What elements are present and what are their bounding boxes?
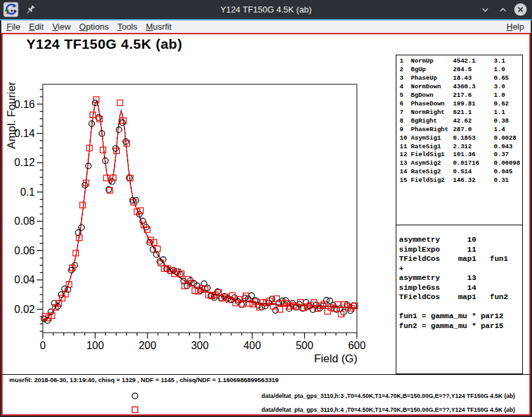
parameter-panel: 1NormUp4542.13.12BgUp204.51.03PhaseUp18.… xyxy=(396,55,523,225)
param-name: PhaseRight xyxy=(411,126,453,134)
param-error: 1.0 xyxy=(494,66,522,74)
maximize-button[interactable] xyxy=(495,2,510,17)
plot-area[interactable]: 01002003004005006000.020.040.060.080.10.… xyxy=(3,34,395,374)
param-name: FieldSig2 xyxy=(411,177,453,185)
theory-panel: asymmetry 10simplExpo 11TFieldCos map1 f… xyxy=(396,225,523,374)
param-value: 0.1853 xyxy=(453,134,494,143)
x-tick-label: 200 xyxy=(139,340,157,351)
menu-item-view[interactable]: View xyxy=(52,22,70,32)
param-value: 42.62 xyxy=(453,117,494,126)
param-row: 2BgUp204.51.0 xyxy=(400,66,522,74)
param-row: 10AsymSig10.18530.0028 xyxy=(400,134,522,143)
param-error: 0.043 xyxy=(494,143,522,152)
theory-line: simplExpo 11 xyxy=(399,245,522,255)
param-index: 3 xyxy=(400,74,411,83)
data-point-square xyxy=(117,100,123,106)
param-error: 1.0 xyxy=(494,92,522,100)
param-value: 204.5 xyxy=(453,66,494,74)
param-index: 7 xyxy=(400,109,411,117)
param-name: RateSig2 xyxy=(411,168,453,177)
param-name: AsymSig2 xyxy=(411,159,453,168)
param-row: 1NormUp4542.13.1 xyxy=(400,57,522,66)
menu-item-file[interactable]: File xyxy=(7,22,20,32)
param-value: 2.312 xyxy=(453,143,494,152)
legend-label: data/deltat_pta_gps_3110,h:4 ,T0=4.50K,T… xyxy=(261,406,515,413)
param-name: BgRight xyxy=(411,117,453,126)
minimize-button[interactable] xyxy=(477,2,492,17)
legend-row: data/deltat_pta_gps_3110,h:3 ,T0=4.50K,T… xyxy=(3,391,529,401)
param-index: 12 xyxy=(400,151,411,159)
param-row: 8BgRight42.620.38 xyxy=(400,117,522,126)
param-row: 6PhaseDown199.810.62 xyxy=(400,100,522,109)
param-index: 5 xyxy=(400,92,411,100)
circle-marker-icon xyxy=(130,391,140,401)
param-name: AsymSig1 xyxy=(411,134,453,143)
menu-item-options[interactable]: Options xyxy=(79,22,109,32)
param-row: 7NormRight621.11.1 xyxy=(400,109,522,117)
y-axis-title: Ampl. Fourier xyxy=(5,82,18,149)
theory-line: TFieldCos map1 fun2 xyxy=(399,292,522,302)
param-name: PhaseDown xyxy=(411,100,453,109)
param-row: 15FieldSig2146.320.31 xyxy=(400,177,522,185)
theory-line: TFieldCos map1 fun1 xyxy=(399,254,522,264)
y-tick-label: 0.1 xyxy=(20,186,35,198)
data-point-circle xyxy=(116,127,122,133)
close-button[interactable] xyxy=(513,2,528,17)
titlebar[interactable]: ++ Y124 TF150G 4.5K (ab) xyxy=(0,0,532,19)
y-tick-label: 0.12 xyxy=(14,157,35,168)
param-error: 3.0 xyxy=(494,83,522,92)
chevron-up-icon xyxy=(498,5,508,14)
y-tick-label: 0.04 xyxy=(14,274,35,285)
param-value: 0.514 xyxy=(453,168,494,177)
param-name: RateSig1 xyxy=(411,143,453,152)
param-index: 11 xyxy=(400,143,411,152)
data-point-circle xyxy=(340,310,346,316)
param-index: 10 xyxy=(400,134,411,143)
window-title: Y124 TF150G 4.5K (ab) xyxy=(0,0,532,19)
data-point-square xyxy=(100,147,106,153)
param-index: 9 xyxy=(400,126,411,134)
param-index: 13 xyxy=(400,159,411,168)
param-error: 0.62 xyxy=(494,100,522,109)
param-name: BgDown xyxy=(411,92,453,100)
param-error: 0.37 xyxy=(494,151,522,159)
legend-label: data/deltat_pta_gps_3110,h:3 ,T0=4.50K,T… xyxy=(261,393,515,399)
close-icon xyxy=(514,3,527,16)
x-tick-label: 400 xyxy=(244,340,261,351)
param-value: 4360.3 xyxy=(453,83,494,92)
fit-stats-line: musrfit: 2018-06-30, 13:19:40, chisq = 1… xyxy=(9,376,279,383)
param-error: 0.00098 xyxy=(494,159,522,168)
param-name: PhaseUp xyxy=(411,74,453,83)
x-tick-label: 500 xyxy=(296,340,313,351)
data-point-square xyxy=(80,202,86,208)
theory-line: simpleGss 14 xyxy=(399,283,522,293)
theory-line: asymmetry 13 xyxy=(399,273,522,283)
menu-item-tools[interactable]: Tools xyxy=(117,22,137,32)
data-point-square xyxy=(49,313,55,319)
root-canvas[interactable]: Y124 TF150G 4.5K (ab) 010020030040050060… xyxy=(1,33,531,416)
param-index: 2 xyxy=(400,66,411,74)
param-index: 8 xyxy=(400,117,411,126)
y-tick-label: 0.08 xyxy=(14,215,35,227)
theory-line: asymmetry 10 xyxy=(399,235,522,245)
legend-row: data/deltat_pta_gps_3110,h:4 ,T0=4.50K,T… xyxy=(3,404,529,415)
param-row: 3PhaseUp18.430.65 xyxy=(400,74,522,83)
param-value: 18.43 xyxy=(453,74,494,83)
param-row: 13AsymSig20.017160.00098 xyxy=(400,159,522,168)
menu-item-edit[interactable]: Edit xyxy=(29,22,43,32)
param-row: 5BgDown217.61.0 xyxy=(400,92,522,100)
param-name: NormRight xyxy=(411,109,453,117)
param-error: 3.1 xyxy=(494,57,522,66)
param-index: 4 xyxy=(400,83,411,92)
footer-separator xyxy=(3,374,529,375)
musrview-window: ++ Y124 TF150G 4.5K (ab) xyxy=(0,0,532,417)
param-error: 0.38 xyxy=(494,117,522,126)
param-row: 14RateSig20.5140.045 xyxy=(400,168,522,177)
menu-item-help[interactable]: Help xyxy=(506,22,524,32)
param-error: 1.1 xyxy=(494,109,522,117)
param-value: 146.32 xyxy=(453,177,494,185)
param-error: 0.045 xyxy=(494,168,522,177)
data-point-circle xyxy=(79,225,85,231)
param-value: 4542.1 xyxy=(453,57,494,66)
menu-item-musrfit[interactable]: Musrfit xyxy=(146,22,172,32)
